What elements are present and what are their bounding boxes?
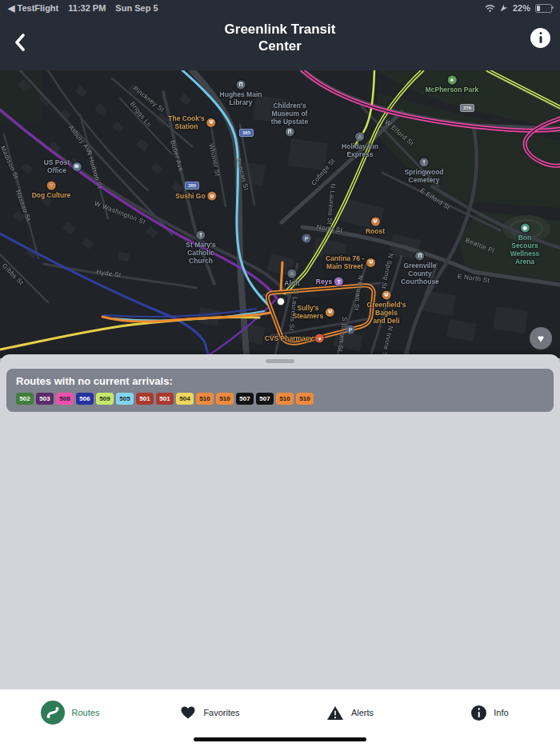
route-badge: 507 (236, 393, 254, 405)
status-bar: ◀ TestFlight 11:32 PM Sun Sep 5 22% (0, 0, 560, 16)
sheet-drag-handle[interactable] (266, 359, 294, 363)
route-badge: 502 (16, 393, 34, 405)
courthouse-icon: Π (415, 251, 424, 260)
route-badge: 505 (116, 393, 134, 405)
info-icon (471, 705, 486, 721)
pharmacy-icon: ♥ (315, 334, 324, 343)
route-badge: 506 (76, 393, 94, 405)
poi-holiday-inn-express: ⌂ Holiday Inn Express (342, 132, 378, 158)
restaurant-icon: Ψ (207, 118, 216, 127)
restaurant-icon: Ψ (366, 258, 375, 267)
park-tree-icon: ♣ (448, 75, 457, 84)
post-office-icon: ✉ (72, 162, 81, 171)
poi-reys: Reys T (316, 278, 343, 286)
poi-sullys-steamers: Sully's Steamers Ψ (293, 304, 334, 320)
home-indicator[interactable] (194, 737, 366, 741)
route-badge: 501 (136, 393, 154, 405)
poi-greenfields-bagels: Ψ Greenfield's Bagels and Deli (367, 290, 406, 325)
route-badge: 504 (176, 393, 194, 405)
poi-roost: Ψ Roost (366, 217, 385, 235)
restaurant-icon: Ψ (326, 308, 334, 317)
no-arrivals-banner: Routes with no current arrivals: 502 503… (6, 369, 554, 412)
status-date: Sun Sep 5 (115, 3, 158, 13)
route-badge: 503 (36, 393, 54, 405)
header: ◀ TestFlight 11:32 PM Sun Sep 5 22% (0, 0, 560, 70)
location-arrow-icon (500, 4, 508, 12)
poi-childrens-museum: Children's Museum of the Upstate Π (271, 102, 308, 136)
poi-sushi-go: Ψ Sushi Go (175, 192, 216, 201)
chevron-left-icon (14, 34, 25, 51)
poi-st-marys-church: † St Mary's Catholic Church (186, 230, 215, 265)
alert-triangle-icon (326, 705, 344, 721)
transit-center-marker (278, 298, 285, 306)
lodging-icon: ⌂ (356, 132, 365, 141)
app-screen: ◀ TestFlight 11:32 PM Sun Sep 5 22% (0, 0, 560, 747)
poi-cvs-pharmacy: CVS Pharmacy ♥ (265, 334, 324, 343)
stop-info-button[interactable] (530, 28, 550, 48)
heart-icon: ♥ (538, 332, 544, 345)
page-title: Greenlink Transit Center (80, 21, 480, 54)
poi-cooks-station: Ψ The Cook's Station (168, 114, 215, 130)
route-shield: 276 (460, 104, 474, 112)
route-shield: 385 (185, 182, 199, 190)
wifi-icon (485, 4, 495, 12)
route-badge: 510 (216, 393, 234, 405)
cemetery-icon: † (419, 158, 428, 166)
library-icon: Π (237, 80, 246, 89)
lodging-icon: ⌂ (287, 269, 296, 278)
route-badge: 510 (196, 393, 214, 405)
back-button[interactable] (8, 29, 30, 56)
poi-hughes-main-library: Π Hughes Main Library (220, 80, 262, 106)
tab-routes[interactable]: Routes (0, 689, 140, 747)
poi-mcpherson-park: ♣ McPherson Park (426, 75, 479, 94)
info-icon (539, 32, 542, 34)
route-badge: 507 (256, 393, 274, 405)
poi-dog-culture: ∵ Dog Culture (32, 181, 71, 199)
poi-greenville-county-courthouse: Π Greenville County Courthouse (401, 251, 439, 286)
stadium-icon: ◉ (521, 223, 530, 232)
poi-us-post-office: US Post Office ✉ (44, 158, 82, 174)
parking-icon: P (346, 326, 355, 334)
battery-icon (535, 4, 552, 13)
poi-cantina-76: Ψ Cantina 76 - Main Street (326, 254, 375, 270)
route-badge: 510 (296, 393, 314, 405)
page-title-line2: Center (80, 38, 480, 54)
battery-percent: 22% (513, 3, 530, 13)
favorite-stop-button[interactable]: ♥ (530, 327, 552, 350)
restaurant-icon: Ψ (382, 290, 390, 299)
tab-label: Routes (72, 708, 100, 717)
poi-aloft: ⌂ Aloft (284, 269, 299, 287)
tab-label: Alerts (351, 708, 374, 717)
route-badge-list: 502 503 508 506 509 505 501 501 504 510 … (16, 393, 544, 405)
arrivals-sheet: Routes with no current arrivals: 502 503… (0, 354, 560, 689)
poi-springwood-cemetery: † Springwood Cemetery (404, 158, 443, 184)
route-badge: 510 (276, 393, 294, 405)
bar-icon: T (334, 278, 343, 286)
tab-info[interactable]: Info (420, 689, 560, 747)
return-to-app-label[interactable]: ◀ TestFlight (8, 3, 58, 14)
route-shield: 385 (239, 129, 254, 137)
heart-icon (180, 705, 196, 720)
church-icon: † (196, 230, 205, 239)
no-arrivals-title: Routes with no current arrivals: (16, 375, 544, 387)
parking-icon: P (302, 234, 311, 243)
restaurant-icon: Ψ (208, 192, 217, 201)
poi-bon-secours-arena: ◉ Bon Secours Wellness Arena (507, 223, 542, 266)
museum-icon: Π (285, 128, 294, 137)
tab-label: Info (494, 708, 508, 717)
restaurant-icon: Ψ (371, 217, 380, 226)
tab-label: Favorites (203, 708, 239, 717)
route-badge: 508 (56, 393, 74, 405)
routes-icon (41, 701, 65, 725)
route-badge: 501 (156, 393, 174, 405)
route-badge: 509 (96, 393, 114, 405)
page-title-line1: Greenlink Transit (80, 21, 480, 38)
map-view[interactable]: 385 385 276 P P Pinckney St Briggs Ln As… (0, 70, 560, 358)
pet-icon: ∵ (46, 181, 55, 190)
status-time: 11:32 PM (68, 3, 106, 13)
